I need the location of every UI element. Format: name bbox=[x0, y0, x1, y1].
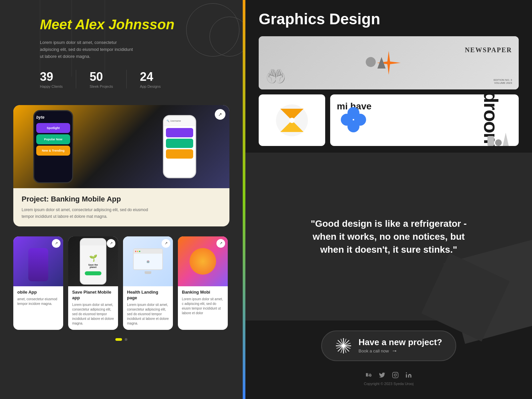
thumb-title-3: Health Landing page bbox=[127, 290, 169, 301]
project-description: Lorem ipsum dolor sit amet, consectetur … bbox=[22, 207, 155, 219]
thumb-image-gradient: ↗ bbox=[178, 236, 228, 286]
leaf-icon: 🌱 bbox=[89, 254, 97, 262]
3d-shapes-droom bbox=[487, 133, 509, 146]
hero-section: Meet Alex Johnsson Lorem ipsum dolor sit… bbox=[0, 0, 243, 98]
cta-text-group: Have a new project? Book a call now → bbox=[358, 337, 442, 354]
stats-row: 39 Happy Clients 50 Sleek Projects 24 Ap… bbox=[40, 70, 226, 88]
social-icons bbox=[365, 371, 413, 379]
svg-point-16 bbox=[397, 373, 397, 374]
stat-projects: 50 Sleek Projects bbox=[89, 70, 126, 88]
graphics-grid: 🤲 NEWSPAPER EDITION NO. 3VOLUME 2023 bbox=[259, 36, 519, 146]
thumb-desc-3: Lorem ipsum dolor sit amet, consectetur … bbox=[127, 303, 169, 326]
graphic-logo-yellow[interactable] bbox=[259, 94, 325, 146]
newspaper-bg: 🤲 NEWSPAPER EDITION NO. 3VOLUME 2023 bbox=[259, 36, 519, 89]
thumb-link-btn-1[interactable]: ↗ bbox=[52, 239, 61, 248]
instagram-icon[interactable] bbox=[391, 371, 399, 379]
svg-point-17 bbox=[406, 372, 407, 373]
phone-mockup-light: 🔍 Username bbox=[163, 115, 196, 178]
svg-rect-14 bbox=[393, 372, 398, 378]
thumb-desc-1: amet, consectetur eiusmod tempor incidor… bbox=[17, 297, 59, 306]
app-row-trending: New & Trending bbox=[36, 146, 70, 156]
featured-project-card[interactable]: byte Spotlight Popular Now New & Trendin… bbox=[13, 105, 229, 226]
thumb-link-btn-2[interactable]: ↗ bbox=[107, 239, 115, 248]
linkedin-icon[interactable] bbox=[405, 371, 413, 379]
svg-point-15 bbox=[394, 374, 397, 376]
svg-point-1 bbox=[289, 118, 295, 123]
twitter-icon[interactable] bbox=[378, 371, 386, 379]
app-row-popular: Popular Now bbox=[36, 134, 70, 144]
thumb-image-green: 🌱 Save theplanet ↗ bbox=[68, 236, 118, 286]
thumb-desc-2: Lorem ipsum dolor sit amet, consectetur … bbox=[72, 303, 114, 326]
dot-active[interactable] bbox=[115, 338, 122, 341]
newspaper-subtext: EDITION NO. 3VOLUME 2023 bbox=[493, 78, 512, 84]
quote-text: "Good design is like a refrigerator - wh… bbox=[306, 217, 472, 256]
stat-number-clients: 39 bbox=[40, 70, 63, 84]
section-title: Graphics Design bbox=[259, 10, 519, 28]
starburst-icon bbox=[335, 337, 352, 354]
blue-flower-shape bbox=[340, 106, 367, 134]
card-link-button[interactable]: ↗ bbox=[215, 109, 225, 120]
project-info: Project: Banking Mobile App Lorem ipsum … bbox=[13, 188, 229, 226]
thumb-link-btn-3[interactable]: ↗ bbox=[162, 239, 170, 248]
stat-happy-clients: 39 Happy Clients bbox=[40, 70, 76, 88]
thumb-image-blue: 🏥 ↗ bbox=[123, 236, 173, 286]
green-phone-mockup: 🌱 Save theplanet bbox=[80, 238, 106, 285]
hero-description: Lorem ipsum dolor sit amet, consectetur … bbox=[40, 39, 133, 60]
stat-number-projects: 50 bbox=[89, 70, 113, 84]
phone-mockup-dark: byte Spotlight Popular Now New & Trendin… bbox=[33, 110, 73, 183]
hands-icon: 🤲 bbox=[265, 67, 286, 86]
thumb-desc-4: Lorem ipsum dolor sit amet, c adipiscing… bbox=[182, 297, 224, 316]
app-row-spotlight: Spotlight bbox=[36, 123, 70, 133]
thumb-link-btn-4[interactable]: ↗ bbox=[216, 239, 225, 248]
panel-divider bbox=[243, 0, 245, 399]
graphics-row-1: 🤲 NEWSPAPER EDITION NO. 3VOLUME 2023 bbox=[259, 36, 519, 89]
dots-indicator bbox=[0, 333, 243, 346]
project-thumb-health[interactable]: 🏥 ↗ Health Landing page Lorem ipsum dolo… bbox=[123, 236, 173, 330]
graphic-newspaper[interactable]: 🤲 NEWSPAPER EDITION NO. 3VOLUME 2023 bbox=[259, 36, 519, 89]
project-image: byte Spotlight Popular Now New & Trendin… bbox=[13, 105, 229, 188]
hourglass-svg bbox=[274, 102, 310, 139]
stat-designs: 24 App Designs bbox=[140, 70, 174, 88]
thumb-title-2: Save Planet Mobile app bbox=[72, 290, 114, 301]
behance-icon[interactable] bbox=[365, 371, 373, 379]
hero-name: Meet Alex Johnsson bbox=[40, 17, 226, 33]
graphic-logo-droom[interactable]: mi have droom bbox=[330, 94, 519, 146]
thumb-title-1: obile App bbox=[17, 290, 59, 295]
right-panel: Graphics Design 🤲 NEWSPAPER EDITION NO. … bbox=[245, 0, 532, 399]
graphics-row-2: mi have droom bbox=[259, 94, 519, 146]
left-panel: Meet Alex Johnsson Lorem ipsum dolor sit… bbox=[0, 0, 243, 399]
dot-inactive[interactable] bbox=[125, 338, 127, 341]
cta-arrow: → bbox=[391, 347, 397, 354]
project-thumb-mobile-app[interactable]: ↗ obile App amet, consectetur eiusmod te… bbox=[13, 236, 63, 330]
project-title: Project: Banking Mobile App bbox=[22, 195, 221, 203]
copyright-text: Copyright © 2023 Syeda Urooj bbox=[364, 382, 413, 386]
stat-label-designs: App Designs bbox=[140, 84, 161, 88]
footer-section: Copyright © 2023 Syeda Urooj bbox=[259, 368, 519, 389]
stat-number-designs: 24 bbox=[140, 70, 161, 84]
project-grid: ↗ obile App amet, consectetur eiusmod te… bbox=[0, 233, 243, 333]
project-thumb-banking[interactable]: ↗ Banking Mobi Lorem ipsum dolor sit ame… bbox=[178, 236, 228, 330]
thumb-title-4: Banking Mobi bbox=[182, 290, 224, 295]
cta-main-text: Have a new project? bbox=[358, 337, 442, 347]
project-thumb-save-planet[interactable]: 🌱 Save theplanet ↗ Save Planet Mobile ap… bbox=[68, 236, 118, 330]
quote-section: "Good design is like a refrigerator - wh… bbox=[245, 153, 532, 321]
stat-label-clients: Happy Clients bbox=[40, 84, 63, 88]
svg-point-5 bbox=[341, 114, 353, 126]
cta-sub-text: Book a call now → bbox=[358, 347, 442, 354]
newspaper-title-text: NEWSPAPER bbox=[465, 46, 512, 54]
stat-label-projects: Sleek Projects bbox=[89, 84, 113, 88]
cta-button[interactable]: Have a new project? Book a call now → bbox=[321, 331, 456, 361]
computer-mockup: 🏥 bbox=[133, 248, 163, 270]
3d-shapes bbox=[366, 57, 386, 69]
thumb-image-purple: ↗ bbox=[13, 236, 63, 286]
